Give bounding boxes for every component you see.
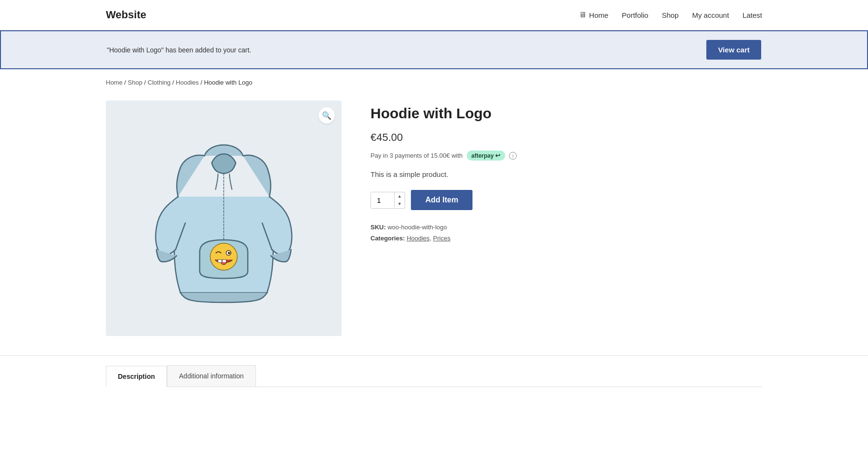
cart-notification-text: "Hoodie with Logo" has been added to you…	[107, 46, 251, 54]
nav-shop[interactable]: Shop	[662, 11, 678, 19]
quantity-spinners: ▲ ▼	[394, 192, 405, 208]
categories-label: Categories:	[370, 235, 405, 242]
breadcrumb: Home / Shop / Clothing / Hoodies / Hoodi…	[0, 69, 868, 91]
product-section: 🔍	[0, 91, 868, 355]
breadcrumb-home[interactable]: Home	[106, 79, 123, 86]
add-to-cart-button[interactable]: Add Item	[411, 190, 472, 210]
category-hoodies[interactable]: Hoodies	[407, 235, 430, 242]
svg-rect-5	[218, 260, 222, 262]
nav-home[interactable]: 🖥 Home	[579, 11, 608, 19]
tab-description[interactable]: Description	[106, 366, 167, 387]
home-icon: 🖥	[579, 11, 587, 19]
svg-point-4	[229, 251, 230, 252]
afterpay-badge: afterpay ↩	[467, 150, 506, 161]
categories-row: Categories: Hoodies, Prices	[370, 233, 762, 244]
add-to-cart-row: ▲ ▼ Add Item	[370, 190, 762, 210]
breadcrumb-clothing[interactable]: Clothing	[148, 79, 171, 86]
product-tabs: Description Additional information	[106, 365, 762, 387]
svg-rect-6	[222, 260, 226, 262]
site-logo: Website	[106, 9, 146, 21]
quantity-increase-button[interactable]: ▲	[394, 192, 405, 200]
breadcrumb-hoodies[interactable]: Hoodies	[176, 79, 199, 86]
product-meta: SKU: woo-hoodie-with-logo Categories: Ho…	[370, 222, 762, 244]
afterpay-info-icon[interactable]: i	[509, 152, 517, 160]
svg-point-1	[210, 243, 237, 270]
product-price: €45.00	[370, 131, 762, 144]
product-image	[147, 127, 301, 310]
quantity-input[interactable]	[371, 192, 394, 208]
afterpay-row: Pay in 3 payments of 15.00€ with afterpa…	[370, 150, 762, 161]
sku-value: woo-hoodie-with-logo	[387, 224, 447, 231]
view-cart-button[interactable]: View cart	[706, 40, 761, 60]
site-header: Website 🖥 Home Portfolio Shop My account…	[0, 0, 868, 30]
tab-additional-information[interactable]: Additional information	[167, 365, 256, 387]
tabs-section: Description Additional information	[0, 355, 868, 387]
product-image-container: 🔍	[106, 100, 342, 336]
quantity-decrease-button[interactable]: ▼	[394, 200, 405, 208]
sku-label: SKU:	[370, 224, 386, 231]
tabs-underline	[106, 387, 762, 387]
product-description: This is a simple product.	[370, 170, 762, 178]
product-details: Hoodie with Logo €45.00 Pay in 3 payment…	[370, 100, 762, 336]
nav-latest[interactable]: Latest	[742, 11, 762, 19]
breadcrumb-shop[interactable]: Shop	[128, 79, 142, 86]
main-nav: 🖥 Home Portfolio Shop My account Latest	[579, 11, 762, 19]
sku-row: SKU: woo-hoodie-with-logo	[370, 222, 762, 233]
quantity-field[interactable]: ▲ ▼	[370, 192, 405, 209]
afterpay-text: Pay in 3 payments of 15.00€ with	[370, 152, 463, 159]
breadcrumb-current: Hoodie with Logo	[204, 79, 252, 86]
nav-my-account[interactable]: My account	[692, 11, 729, 19]
zoom-icon-button[interactable]: 🔍	[319, 107, 335, 124]
nav-portfolio[interactable]: Portfolio	[622, 11, 648, 19]
product-title: Hoodie with Logo	[370, 105, 762, 122]
cart-notification-banner: "Hoodie with Logo" has been added to you…	[0, 30, 868, 69]
category-prices[interactable]: Prices	[433, 235, 450, 242]
